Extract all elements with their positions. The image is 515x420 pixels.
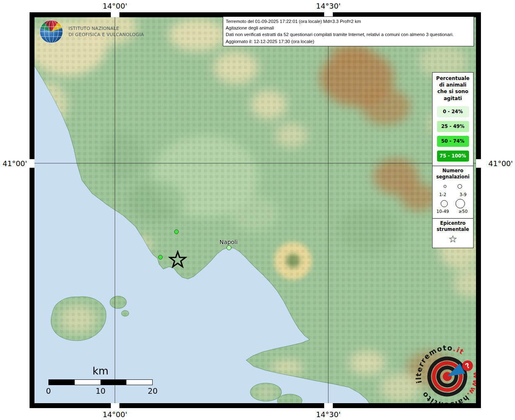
axis-label-bottom-left: 14°00' <box>96 410 133 419</box>
size-label-50plus: ≥50 <box>453 209 474 214</box>
size-label-10-49: 10-49 <box>433 209 453 214</box>
frame-notch <box>111 403 119 408</box>
size-circle-10-49 <box>441 200 448 207</box>
event-info-box: Terremoto del 01-09-2025 17:22:01 (ora l… <box>223 16 474 46</box>
axis-label-bottom-right: 14°30' <box>310 410 347 419</box>
ingv-name-line1: ISTITUTO NAZIONALE <box>69 26 119 31</box>
event-data-note: Dati non verificati estratti da 52 quest… <box>226 31 471 38</box>
axis-label-left: 41°00' <box>1 159 27 168</box>
axis-label-top-left: 14°00' <box>96 2 133 10</box>
legend-class-50-74: 50 - 74% <box>437 136 469 147</box>
report-marker <box>227 245 231 250</box>
star-icon <box>170 252 185 267</box>
scale-tick-0: 0 <box>46 386 51 395</box>
scale-tick-20: 20 <box>148 386 158 395</box>
frame-notch <box>476 159 481 168</box>
map-page: 14°00' 14°30' 14°00' 14°30' 41°00' 41°00… <box>0 0 515 420</box>
report-marker <box>174 230 179 234</box>
event-updated: Aggiornato il: 12-12-2025 17:30 (ora loc… <box>226 38 471 45</box>
size-circle-1-2 <box>444 185 446 188</box>
frame-notch <box>324 403 333 408</box>
legend-epicenter-title: Epicentro strumentale <box>433 220 473 233</box>
legend-size-row-2 <box>433 198 473 209</box>
event-title: Terremoto del 01-09-2025 17:22:01 (ora l… <box>226 18 471 25</box>
epicenter-star <box>168 250 187 269</box>
scale-tick-10: 10 <box>96 386 105 395</box>
frame-notch <box>111 12 119 17</box>
frame-notch <box>30 159 34 168</box>
legend-count-title: Numero segnalazioni <box>433 168 473 180</box>
axis-label-right: 41°00' <box>488 159 515 168</box>
report-marker <box>158 255 163 260</box>
legend-class-0-24: 0 - 24% <box>437 106 469 117</box>
legend-divider <box>433 166 473 166</box>
size-label-3-9: 3-9 <box>453 192 474 197</box>
scale-unit: km <box>48 365 153 377</box>
watermark-logo: ? ilterremoto.it www.haisentito <box>410 340 484 413</box>
legend-star-icon: ☆ <box>433 234 473 244</box>
ingv-name-line2: DI GEOFISICA E VULCANOLOGIA <box>69 32 144 37</box>
scale-bar: km 0 10 20 <box>48 365 153 396</box>
size-circle-50plus <box>455 199 465 208</box>
event-subtitle: Agitazione degli animali <box>226 25 471 31</box>
legend-class-75-100: 75 - 100% <box>437 151 469 162</box>
legend-class-25-49: 25 - 49% <box>437 121 469 132</box>
legend-size-row-1 <box>433 181 473 192</box>
scale-bar-segments <box>48 379 153 385</box>
terrain-map <box>34 17 476 403</box>
axis-label-top-right: 14°30' <box>310 2 347 10</box>
city-label-napoli: Napoli <box>216 239 241 245</box>
legend-percent-title: Percentuale di animali che si sono agita… <box>433 75 473 103</box>
ingv-logo: ISTITUTO NAZIONALE DI GEOFISICA E VULCAN… <box>39 18 162 45</box>
legend: Percentuale di animali che si sono agita… <box>432 72 474 248</box>
size-circle-3-9 <box>458 184 462 189</box>
legend-divider <box>433 218 473 219</box>
size-label-1-2: 1-2 <box>433 192 453 197</box>
